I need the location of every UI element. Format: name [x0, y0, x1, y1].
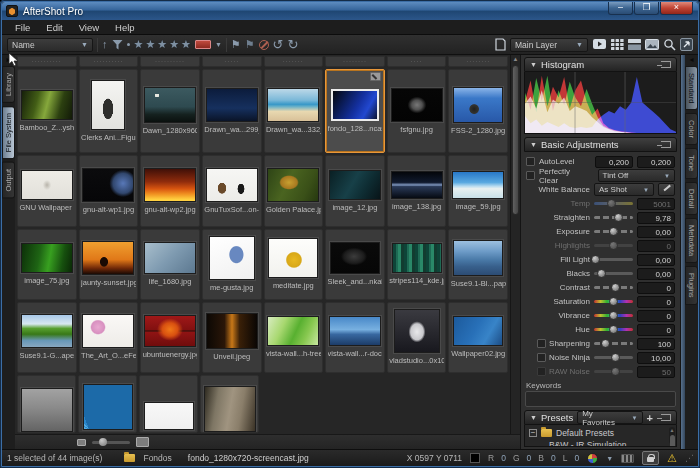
contrast-slider-handle[interactable] [611, 283, 620, 292]
sort-ascending-icon[interactable]: ↑ [102, 39, 108, 50]
thumbnail-cell[interactable]: ········ [325, 56, 385, 67]
thumbnail-cell[interactable]: image_138.jpg [387, 155, 447, 226]
color-profile-icon[interactable] [587, 453, 598, 464]
sharpening-slider[interactable] [594, 342, 633, 345]
straighten-value[interactable]: 9,78 [637, 212, 675, 224]
fill-light-slider[interactable] [594, 258, 633, 261]
keywords-input[interactable] [525, 391, 676, 407]
raw-noise-value[interactable]: 50 [637, 366, 675, 378]
thumbnail-cell[interactable]: ·········· [17, 56, 77, 67]
raw-noise-checkbox[interactable] [537, 367, 546, 376]
highlights-slider-handle[interactable] [609, 241, 618, 250]
autolevel-high-value[interactable]: 0,200 [637, 156, 675, 168]
sort-field-dropdown[interactable]: Name ▼ [7, 38, 93, 52]
thumbnail-cell[interactable]: GnuTuxSof...on-v1.jpg [202, 155, 262, 226]
temp-value[interactable]: 5001 [637, 198, 675, 210]
thumbnail-cell[interactable]: me-gusta.jpg [202, 229, 262, 300]
resize-grip[interactable]: ⋰ [685, 453, 693, 463]
thumbnail-cell[interactable]: ········ [448, 56, 508, 67]
thumbnail-cell[interactable]: ·········· [140, 56, 200, 67]
thumbnail-cell[interactable]: FSS-2_1280.jpg [448, 69, 508, 154]
collapse-triangle-icon[interactable]: ▼ [530, 141, 537, 148]
scroll-up-icon[interactable]: ▲ [511, 55, 520, 63]
maximize-button[interactable]: ❐ [634, 2, 659, 15]
autolevel-low-value[interactable]: 0,200 [595, 156, 633, 168]
saturation-value[interactable]: 0 [637, 296, 675, 308]
thumbnail-cell[interactable]: GNU Wallpaper 2.jpg [17, 155, 77, 226]
thumbnail-cell[interactable]: Suse9.1-G...apers.jpg [17, 302, 77, 373]
small-thumbnail-icon[interactable] [77, 439, 86, 446]
tab-metadata[interactable]: Metadata [685, 218, 698, 263]
close-button[interactable]: × [660, 2, 693, 15]
thumbnail-cell[interactable]: gnu-alt-wp1.jpg [79, 155, 139, 226]
thumbnail-cell[interactable]: ······· [264, 56, 324, 67]
thumbnail-cell[interactable]: Drawn_wa...299_.jpg [202, 69, 262, 154]
collapse-triangle-icon[interactable]: ▼ [530, 414, 537, 421]
thumbnail-cell[interactable]: gnu-alt-wp2.jpg [140, 155, 200, 226]
thumbnail-cell[interactable]: stripes114_kde.jpg [387, 229, 447, 300]
star-rating-filter[interactable]: ★★★★★ [134, 38, 191, 51]
thumbnail-cell[interactable]: Sleek_and...nkahn.jpg [325, 229, 385, 300]
temp-slider[interactable] [594, 202, 633, 205]
sharpening-checkbox[interactable] [537, 339, 546, 348]
collapse-triangle-icon[interactable]: ▼ [530, 61, 537, 68]
raw-noise-slider[interactable] [594, 370, 633, 373]
star-icon[interactable]: ★ [181, 38, 191, 51]
reject-icon[interactable] [259, 40, 269, 50]
menu-item-file[interactable]: File [8, 21, 37, 34]
expand-collapse-icon[interactable]: − [529, 429, 537, 437]
tab-standard[interactable]: Standard [685, 66, 698, 110]
large-thumbnail-icon[interactable] [136, 437, 149, 447]
preset-item[interactable]: B&W - IR Simulation [529, 439, 676, 447]
tab-plugins[interactable]: Plugins [685, 266, 698, 305]
title-bar[interactable]: AfterShot Pro – ❐ × [2, 2, 698, 20]
sharpening-slider-handle[interactable] [601, 339, 610, 348]
thumbnail-cell[interactable]: image_75.jpg [17, 229, 77, 300]
add-preset-button[interactable]: + [647, 413, 653, 423]
contrast-slider[interactable] [594, 286, 633, 289]
perfectly-clear-dropdown[interactable]: Tint Off▼ [598, 169, 675, 182]
thumbnail-cell[interactable]: ·········· [79, 56, 139, 67]
exposure-value[interactable]: 0,00 [637, 226, 675, 238]
lock-toggle[interactable] [642, 451, 659, 465]
menu-item-help[interactable]: Help [108, 21, 142, 34]
thumbnail-cell[interactable]: Clerks Ani...Figure.jpg [79, 69, 139, 154]
hue-value[interactable]: 0 [637, 324, 675, 336]
thumbnail-cell[interactable]: Suse9.1-Bl...papers.jpg [448, 229, 508, 300]
tab-detail[interactable]: Detail [685, 182, 698, 215]
presets-favorites-dropdown[interactable]: My Favorites ▼ [577, 411, 642, 424]
thumbnail-cell[interactable]: Bamboo_Z...ysha.jpg [17, 69, 77, 154]
minimize-button[interactable]: – [608, 2, 633, 15]
white-balance-dropdown[interactable]: As Shot▼ [594, 183, 654, 196]
noise-ninja-value[interactable]: 10,00 [637, 352, 675, 364]
hue-slider-handle[interactable] [609, 325, 618, 334]
straighten-slider[interactable] [594, 216, 633, 219]
perfectly-clear-checkbox[interactable] [526, 171, 535, 180]
star-icon[interactable]: ★ [169, 38, 179, 51]
thumbnail-cell[interactable] [17, 375, 76, 433]
scroll-up-icon[interactable]: ▲ [669, 427, 675, 434]
noise-ninja-slider[interactable] [594, 356, 633, 359]
grid-view-icon[interactable] [611, 39, 624, 50]
folder-name[interactable]: Fondos [143, 453, 171, 463]
flag-marked-icon[interactable]: ⚑ [245, 39, 255, 50]
vibrance-slider[interactable] [594, 314, 633, 317]
presets-scrollbar-thumb[interactable] [670, 435, 675, 447]
color-label-dropdown-icon[interactable]: ▼ [215, 41, 222, 48]
rotate-left-icon[interactable]: ↺ [273, 38, 284, 51]
thumbnail-cell[interactable]: fsfgnu.jpg [387, 69, 447, 154]
tab-output[interactable]: Output [2, 162, 15, 199]
browse-layout-icon[interactable] [628, 39, 641, 50]
thumbnail-cell[interactable]: vista-wall...r-dock.jpg [325, 302, 385, 373]
menu-item-view[interactable]: View [72, 21, 106, 34]
presets-header[interactable]: ▼ Presets My Favorites ▼ + [524, 410, 677, 425]
thumbnail-cell[interactable] [200, 375, 259, 433]
thumbnail-cell[interactable]: Dawn_1280x960.jpg [140, 69, 200, 154]
color-label-swatch[interactable] [195, 40, 211, 49]
keyboard-shortcuts-icon[interactable] [621, 454, 634, 463]
highlights-value[interactable]: 0 [637, 240, 675, 252]
exposure-slider-handle[interactable] [609, 227, 618, 236]
saturation-slider[interactable] [594, 300, 633, 303]
blacks-value[interactable]: 0,00 [637, 268, 675, 280]
tab-tone[interactable]: Tone [685, 148, 698, 178]
